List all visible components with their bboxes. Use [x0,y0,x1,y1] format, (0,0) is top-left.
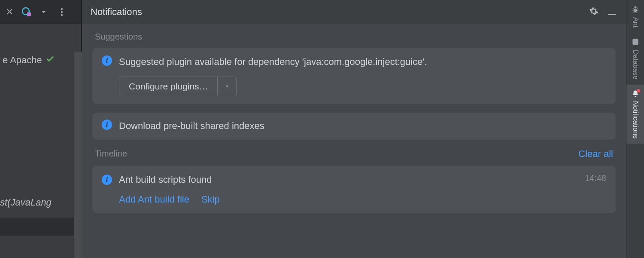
code-fragment: st(JavaLang [0,197,52,208]
configure-plugins-dropdown[interactable] [217,77,236,96]
editor-pane: ✕ e Apache st(JavaLang [0,0,82,258]
rail-label: Database [632,50,639,80]
clear-all-link[interactable]: Clear all [578,148,613,160]
minimize-icon[interactable] [608,9,616,15]
configure-plugins-label[interactable]: Configure plugins… [119,77,217,96]
skip-link[interactable]: Skip [201,194,220,205]
rail-tab-ant[interactable]: Ant [631,0,640,33]
rail-label: Notifications [632,101,639,138]
svg-rect-1 [27,12,31,16]
notification-time: 14:48 [585,173,606,183]
check-icon [46,54,55,66]
timeline-card-ant[interactable]: i Ant build scripts found 14:48 Add Ant … [92,166,616,213]
panel-title: Notifications [91,6,142,18]
toolbar: ✕ [0,0,81,24]
tab-text: e Apache [3,55,42,66]
notification-text: Suggested plugin available for dependenc… [119,55,427,69]
notifications-panel: Notifications Suggestions i Suggested pl… [82,0,626,258]
timeline-header: Timeline Clear all [92,148,616,160]
database-icon [631,38,640,46]
run-config-icon[interactable] [21,7,32,17]
suggestions-header: Suggestions [92,32,616,42]
svg-point-2 [634,6,636,9]
rail-tab-database[interactable]: Database [631,33,640,85]
header-actions [589,6,616,18]
info-icon: i [102,175,112,185]
rail-label: Ant [632,17,639,28]
notification-text: Download pre-built shared indexes [119,120,264,133]
panel-header: Notifications [82,0,626,24]
chevron-down-icon[interactable] [38,6,50,18]
more-icon[interactable] [56,6,68,18]
editor-strip [0,218,76,236]
tab-fragment: e Apache [3,54,55,66]
editor-background: e Apache st(JavaLang [0,24,81,258]
configure-plugins-button[interactable]: Configure plugins… [119,77,237,96]
info-icon: i [102,120,112,130]
add-ant-build-link[interactable]: Add Ant build file [119,194,189,205]
rail-tab-notifications[interactable]: Notifications [626,85,644,144]
svg-point-3 [634,9,637,12]
content-area: Suggestions i Suggested plugin available… [82,24,626,258]
notification-actions: Add Ant build file Skip [119,194,606,205]
suggestion-card-indexes[interactable]: i Download pre-built shared indexes [92,113,616,140]
ant-icon [631,5,640,14]
notification-dot [637,89,640,92]
close-icon[interactable]: ✕ [3,6,15,18]
bell-icon [632,90,639,98]
info-icon: i [102,55,112,66]
section-label: Suggestions [95,32,142,42]
scrollbar[interactable] [74,52,82,258]
section-label: Timeline [95,149,127,159]
gear-icon[interactable] [589,6,598,18]
notification-text: Ant build scripts found [119,173,212,187]
right-tool-rail: Ant Database Notifications [626,0,644,258]
suggestion-card-plugin[interactable]: i Suggested plugin available for depende… [92,48,616,104]
